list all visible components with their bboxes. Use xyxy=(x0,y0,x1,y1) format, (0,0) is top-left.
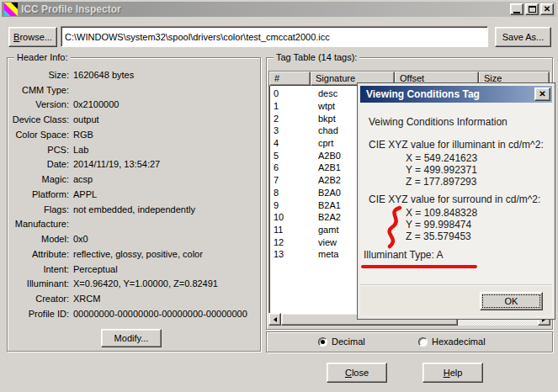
header-field-row: Platform:APPL xyxy=(10,187,258,202)
tag-index: 5 xyxy=(269,151,313,161)
dialog-close-button[interactable]: ✕ xyxy=(534,87,550,101)
header-field-row: Version:0x2100000 xyxy=(10,98,258,113)
illuminant-y: Y = 499.992371 xyxy=(406,164,477,176)
field-value: X=0.96420, Y=1.00000, Z=0.82491 xyxy=(73,278,218,289)
field-label: Creator: xyxy=(10,294,69,304)
illuminant-z: Z = 177.897293 xyxy=(406,176,476,188)
header-info-legend: Header Info: xyxy=(14,52,71,62)
save-as-button[interactable]: Save As... xyxy=(495,27,551,47)
browse-button[interactable]: Browse... xyxy=(8,27,57,47)
radio-decimal-label: Decimal xyxy=(332,336,365,347)
field-label: Device Class: xyxy=(10,114,69,124)
field-label: Flags: xyxy=(10,204,69,215)
field-value: 0x2100000 xyxy=(73,99,119,109)
tag-index: 3 xyxy=(269,125,313,135)
minimize-icon xyxy=(513,12,520,13)
surround-y: Y = 99.998474 xyxy=(406,219,471,230)
field-label: Model: xyxy=(10,234,69,244)
column-header-num[interactable]: # xyxy=(269,72,311,86)
tag-index: 9 xyxy=(269,200,313,210)
tag-signature: desc xyxy=(313,88,337,98)
tag-signature: bkpt xyxy=(313,114,336,124)
field-value: 1620648 bytes xyxy=(73,70,134,80)
close-button[interactable]: Close xyxy=(327,363,387,383)
tag-signature: meta xyxy=(313,249,338,259)
help-button[interactable]: Help xyxy=(422,363,483,383)
illuminant-type-line: Illuminant Type: A xyxy=(364,249,444,261)
header-field-row: Attribute:reflective, glossy, positive, … xyxy=(10,246,258,262)
tag-signature: gamt xyxy=(313,225,338,235)
field-value: RGB xyxy=(73,130,93,140)
header-field-row: Intent:Perceptual xyxy=(10,262,258,277)
viewing-conditions-dialog: Viewing Conditions Tag ✕ Veiwing Conditi… xyxy=(357,82,555,320)
scroll-left-button[interactable] xyxy=(268,313,281,326)
scroll-left-icon xyxy=(271,317,277,322)
header-field-row: Flags:not embedded, independently xyxy=(10,202,258,217)
field-label: Illuminant: xyxy=(10,278,69,289)
tag-table-legend: Tag Table (14 tags): xyxy=(274,52,359,62)
field-value: output xyxy=(73,114,99,124)
dialog-titlebar[interactable]: Viewing Conditions Tag ✕ xyxy=(360,86,552,103)
illuminant-x: X = 549.241623 xyxy=(406,152,477,164)
modify-button[interactable]: Modify... xyxy=(101,329,162,347)
tag-index: 1 xyxy=(269,101,313,111)
tag-signature: B2A0 xyxy=(313,188,341,198)
tag-index: 12 xyxy=(269,237,313,247)
field-label: Attribute: xyxy=(10,249,69,259)
header-field-row: Magic:acsp xyxy=(10,172,258,187)
app-icon xyxy=(4,3,18,16)
radio-hexadecimal-label: Hexadecimal xyxy=(432,336,486,347)
tag-index: 2 xyxy=(269,114,313,124)
field-label: Magic: xyxy=(10,174,69,184)
tag-signature: B2A2 xyxy=(313,212,341,222)
minimize-button[interactable] xyxy=(510,3,523,15)
tag-signature: B2A1 xyxy=(313,200,341,210)
radio-decimal[interactable]: Decimal xyxy=(318,336,365,347)
tag-index: 8 xyxy=(269,188,313,198)
field-value: 00000000-00000000-00000000-00000000 xyxy=(73,309,247,319)
header-field-row: Size:1620648 bytes xyxy=(10,67,258,82)
close-icon: ✕ xyxy=(544,5,550,13)
close-window-button[interactable]: ✕ xyxy=(540,3,554,15)
ok-button[interactable]: OK xyxy=(480,292,543,310)
tag-signature: view xyxy=(313,237,337,247)
header-field-row: Color Space:RGB xyxy=(10,127,258,142)
field-label: Profile ID: xyxy=(10,309,69,319)
header-field-row: Date:2014/11/19, 13:54:27 xyxy=(10,157,258,172)
header-field-row: PCS:Lab xyxy=(10,142,258,157)
header-info-fields: Size:1620648 bytesCMM Type:Version:0x210… xyxy=(10,67,258,321)
dialog-title: Viewing Conditions Tag xyxy=(366,88,534,100)
field-label: Size: xyxy=(10,70,69,80)
header-field-row: Manufacture: xyxy=(10,217,258,232)
field-value: Lab xyxy=(73,145,88,155)
tag-signature: wtpt xyxy=(313,101,335,111)
dialog-footer: OK xyxy=(360,284,552,316)
tag-signature: A2B1 xyxy=(313,162,341,172)
tag-signature: cprt xyxy=(313,138,333,148)
header-field-row: CMM Type: xyxy=(10,82,258,98)
radio-decimal-icon xyxy=(318,337,327,347)
field-label: Color Space: xyxy=(10,130,69,140)
surround-z: Z = 35.579453 xyxy=(406,230,471,242)
tag-index: 10 xyxy=(269,212,313,222)
tag-signature: A2B0 xyxy=(313,151,341,161)
display-mode-group xyxy=(266,331,553,352)
surround-heading: CIE XYZ value for surround in cd/m^2: xyxy=(369,193,540,205)
radio-hexadecimal[interactable]: Hexadecimal xyxy=(418,336,486,347)
field-label: Version: xyxy=(10,99,69,109)
surround-x: X = 109.848328 xyxy=(406,207,477,219)
tag-signature: chad xyxy=(313,125,338,135)
tag-index: 4 xyxy=(269,138,313,148)
field-value: acsp xyxy=(73,174,93,184)
header-field-row: Profile ID:00000000-00000000-00000000-00… xyxy=(10,306,258,321)
tag-signature: A2B2 xyxy=(313,175,341,185)
maximize-button[interactable] xyxy=(525,3,539,15)
file-path-input[interactable] xyxy=(61,26,488,47)
window-titlebar[interactable]: ICC Profile Inspector ✕ xyxy=(2,2,556,17)
dialog-info-line: Veiwing Conditions Information xyxy=(369,116,508,128)
tag-index: 13 xyxy=(269,249,313,259)
field-value: reflective, glossy, positive, color xyxy=(73,249,203,259)
window-title: ICC Profile Inspector xyxy=(21,3,508,15)
tag-index: 0 xyxy=(269,88,313,98)
tag-index: 7 xyxy=(269,175,313,185)
